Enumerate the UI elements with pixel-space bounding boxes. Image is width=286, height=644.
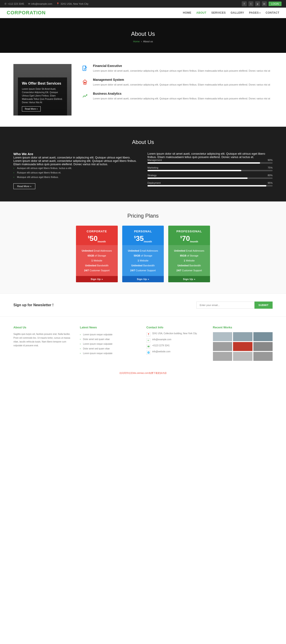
services-list: Financial Executive Lorem ipsum dolor si… (80, 64, 273, 106)
financial-icon (80, 64, 89, 73)
analytics-desc: Lorem ipsum dolor sit amet aueit, consec… (93, 97, 270, 101)
analytics-content: Business Analytics Lorem ipsum dolor sit… (93, 92, 270, 101)
recent-works-grid (213, 332, 273, 361)
bullet-3: Muisque elit utrisus eget libero finibus… (13, 175, 139, 179)
nav-gallery[interactable]: GALLERY (231, 11, 244, 14)
nav-about[interactable]: ABOUT (196, 11, 206, 14)
work-thumb-5[interactable] (233, 342, 253, 351)
address-icon: 📍 (146, 332, 150, 336)
footer-about: About Us Sagittis quis turpis vel, facil… (13, 326, 73, 361)
personal-signup-button[interactable]: Sign Up » (122, 276, 164, 282)
skill-management: Management 90% (147, 159, 273, 164)
email-info: ✉ info@example.com (28, 2, 52, 5)
analytics-icon (80, 92, 89, 101)
nav-pages[interactable]: PAGES (249, 11, 261, 14)
footer-works-title: Recent Works (213, 326, 273, 329)
facebook-icon[interactable]: f (242, 1, 247, 6)
about-desc1: Lorem ipsum dolor sit amet aueit, consec… (13, 159, 139, 166)
professional-features: Unlimited Email Addresses 85GB of Storag… (168, 245, 210, 276)
management-title: Management System (93, 78, 270, 82)
personal-name: PERSONAL (125, 230, 161, 233)
footer-about-text: Sagittis quis turpis vel, facilisis posu… (13, 332, 73, 348)
work-thumb-2[interactable] (233, 332, 253, 341)
news-item-5: Lorem ipsum neque vulputate (80, 351, 140, 356)
footer-news: Latest News Lorem ipsum neque vulputate … (80, 326, 140, 361)
newsletter-submit-button[interactable]: SUBMIT (255, 302, 273, 309)
pricing-card-personal: PERSONAL $35/month Unlimited Email Addre… (122, 226, 164, 282)
services-overlay-text: Lorem Ipsum Dolor Sit Amet Aueit, Consec… (22, 87, 63, 104)
services-read-more-button[interactable]: Read More » (22, 106, 41, 112)
nav-home[interactable]: HOME (183, 11, 191, 14)
login-button[interactable]: LOGIN (269, 2, 282, 6)
corporate-header: CORPORATE $50/month (76, 226, 118, 245)
address-info: 📍 3241 USA, New York City (56, 2, 89, 5)
about-right-col: Lorem ipsum dolor sit amet aueit, consec… (147, 152, 273, 189)
pricing-card-corporate: CORPORATE $50/month Unlimited Email Addr… (76, 226, 118, 282)
nav-links: HOME ABOUT SERVICES GALLERY PAGES CONTAC… (183, 11, 279, 14)
site-logo: CORPORATION (7, 10, 46, 16)
about-grid: Who We Are Lorem ipsum dolor sit amet au… (13, 152, 273, 189)
news-item-4: Dolor amet sed quam vitae (80, 346, 140, 351)
breadcrumb: Home › About us (133, 40, 153, 43)
about-dark-title: About Us (13, 139, 273, 145)
breadcrumb-home[interactable]: Home (133, 40, 140, 43)
news-item-1: Lorem ipsum neque vulputate (80, 332, 140, 337)
work-thumb-3[interactable] (253, 332, 273, 341)
work-thumb-4[interactable] (213, 342, 232, 351)
work-thumb-8[interactable] (233, 352, 253, 361)
contact-phone-icon: ☎ (146, 344, 150, 348)
management-desc: Lorem ipsum dolor sit amet aueit, consec… (93, 83, 270, 87)
about-lead: Lorem ipsum dolor sit amet aueit, consec… (13, 156, 139, 159)
corporate-name: CORPORATE (79, 230, 115, 233)
work-thumb-9[interactable] (253, 352, 273, 361)
svg-point-4 (84, 82, 86, 83)
professional-header: PROFESSIONAL $70/month (168, 226, 210, 245)
analytics-title: Business Analytics (93, 92, 270, 95)
service-item-analytics: Business Analytics Lorem ipsum dolor sit… (80, 92, 273, 101)
top-bar-contact-info: ✆ +112 223 3345 ✉ info@example.com 📍 324… (4, 2, 89, 5)
pricing-cards: CORPORATE $50/month Unlimited Email Addr… (76, 226, 210, 282)
bullet-1: Auisque elit utrisus eget libero finibus… (13, 166, 139, 170)
service-item-financial: Financial Executive Lorem ipsum dolor si… (80, 64, 273, 73)
financial-desc: Lorem ipsum dolor sit amet aueit, consec… (93, 69, 270, 73)
about-bullets: Auisque elit utrisus eget libero finibus… (13, 166, 139, 179)
nav-contact[interactable]: CONTACT (266, 11, 279, 14)
personal-features: Unlimited Email Addresses 50GB of Storag… (122, 245, 164, 276)
professional-signup-button[interactable]: Sign Up » (168, 276, 210, 282)
financial-title: Financial Executive (93, 64, 270, 68)
about-read-more-button[interactable]: Read More » (13, 183, 35, 189)
financial-content: Financial Executive Lorem ipsum dolor si… (93, 64, 270, 73)
contact-email-icon: ✉ (146, 338, 150, 342)
work-thumb-1[interactable] (213, 332, 232, 341)
footer-news-list: Lorem ipsum neque vulputate Dolor amet s… (80, 332, 140, 356)
about-right-desc: Lorem ipsum dolor sit amet aueit, consec… (147, 152, 273, 159)
contact-website-icon: 🌐 (146, 350, 150, 354)
linkedin-icon[interactable]: in (262, 1, 267, 6)
contact-email: ✉ info@example.com (146, 338, 206, 342)
navigation: CORPORATION HOME ABOUT SERVICES GALLERY … (0, 8, 286, 18)
bullet-2: Ruisque elit utrisus eget libero finibus… (13, 170, 139, 175)
twitter-icon[interactable]: t (249, 1, 253, 6)
news-item-2: Dolor amet sed quam vitae (80, 337, 140, 342)
email-icon: ✉ (28, 2, 30, 5)
pricing-card-professional: PROFESSIONAL $70/month Unlimited Email A… (168, 226, 210, 282)
services-overlay: We Offer Best Services Lorem Ipsum Dolor… (18, 78, 67, 116)
corporate-features: Unlimited Email Addresses 65GB of Storag… (76, 245, 118, 276)
footer-contact: Contact Info 📍 3241 USA, Collection buil… (146, 326, 206, 361)
about-left-col: Who We Are Lorem ipsum dolor sit amet au… (13, 152, 139, 189)
contact-website: 🌐 info@website.com (146, 350, 206, 354)
pinterest-icon[interactable]: p (255, 1, 260, 6)
services-overlay-title: We Offer Best Services (22, 82, 63, 86)
corporate-signup-button[interactable]: Sign Up » (76, 276, 118, 282)
work-thumb-7[interactable] (213, 352, 232, 361)
footer-grid: About Us Sagittis quis turpis vel, facil… (13, 326, 273, 361)
nav-services[interactable]: SERVICES (211, 11, 226, 14)
pricing-title: Pricing Plans (13, 213, 273, 219)
work-thumb-6[interactable] (253, 342, 273, 351)
skill-deployment: Deployment 95% (147, 182, 273, 186)
top-bar-social: f t p in LOGIN (242, 1, 282, 6)
hero-banner: About Us Home › About us (0, 18, 286, 53)
personal-header: PERSONAL $35/month (122, 226, 164, 245)
newsletter-email-input[interactable] (196, 302, 255, 309)
footer-recent-works: Recent Works (213, 326, 273, 361)
